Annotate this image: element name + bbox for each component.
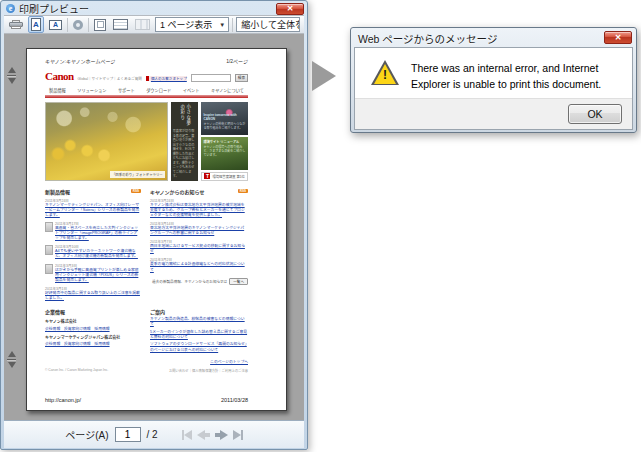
archive-list-button: 一覧へ [229,278,248,285]
news-link: 東北地方太平洋沖地震のキヤノンマーケティングジャパングループへの影響に関するお知… [150,226,248,236]
info-link: キヤノン製品の偽造品、模倣品の被害などの情報について [150,317,248,328]
footer-links: お問い合わせ｜個人情報保護方針｜ご利用上のご注意 [169,368,248,373]
news-item: 2011年3月2日 夏季の電力需給による計画停電などへの対応状況について [150,257,248,272]
award-banner: T 環境経営度調査 第1位 [201,172,248,181]
site-search-button: 検索 [235,74,248,82]
info-link: 5メーカーのインクが混在した詰め替え品に関するご意見と弊社の対応について [150,330,248,341]
promo-photo-field: 環境サイト リニューアル キヤノンの環境への取り組みと、さまざまな活動をご紹介し… [201,137,248,170]
nav-item-about: キヤノンについて [211,87,244,93]
print-preview-window: e 印刷プレビュー ✕ A A 1 ページ表示 ▼ [0,0,308,450]
news-item: 2011年3月14日 東北地方太平洋沖地震のキヤノンマーケティングジャパングルー… [150,221,248,236]
printer-icon [9,20,23,29]
award-text: 環境経営度調査 第1位 [212,174,244,179]
nav-item-event: イベント [183,87,200,93]
news-left-title: 新製品情報 [45,188,70,195]
rss-badge: RSS [131,189,141,194]
promo2-title: 環境サイト リニューアル [203,139,246,144]
full-width-icon [94,19,106,31]
promo1-body: キヤノンの技術と明日へつながる取り組みをご紹介します。 [203,122,246,130]
info-link: ソフトウェアのダウンロードサービス「再開のお知らせ」のページにおける公表への対応… [150,342,248,353]
news-item: 2011年3月10日 A4でも使いやすいカラーネットワーク複合機など、オフィス向… [45,244,141,259]
news-link: キヤノン株式会社は東北地方太平洋沖地震の被災地域を支援するため、グループ各社とメ… [150,203,248,218]
warning-exclamation: ! [371,68,399,82]
news-link: 高画質・省スペースを両立した大判インクジェットプリンター「imagePROGRA… [55,226,141,241]
view-full-width-button[interactable] [92,16,108,33]
news-item: 2011年3月1日 好評発売中の製品に関するお取り扱い上のご注意を掲載しました。 [45,286,141,301]
nav-red-rule [45,95,248,98]
top-margin-handle[interactable] [6,67,17,84]
preview-canvas: キヤノン:キヤノンホームページ 1/2ページ Canon Global｜サイトマ… [4,34,304,420]
canon-logo: Canon [45,70,74,82]
print-header-pages: 1/2ページ [226,57,248,64]
news-item: 2011年3月7日 西日本地域におけるサービス拠点の移転に関するお知らせ [150,239,248,254]
multi-page-icon [135,19,150,30]
news-right-title: キヤノンからのお知らせ [150,188,205,195]
nav-item-solutions: ソリューション [77,87,106,93]
last-page-button[interactable] [233,428,243,442]
hero-photo: 「四季の彩り」フォトギャラリー [45,102,168,181]
next-page-button[interactable] [215,428,228,442]
preview-page: キヤノン:キヤノンホームページ 1/2ページ Canon Global｜サイトマ… [26,48,287,411]
company-name: キヤノン株式会社 [45,318,141,324]
dialog-title: Web ページからのメッセージ [358,31,497,46]
page-setup-button[interactable] [71,16,85,33]
toolbar-separator [88,18,89,32]
company-links: 会社情報 投資家向け情報 採用情報 [45,326,141,331]
previous-page-button[interactable] [197,428,210,442]
preview-toolbar: A A 1 ページ表示 ▼ 縮小して全体を印刷する [4,15,304,34]
info-title: ご案内 [150,308,248,315]
landscape-icon: A [49,20,62,30]
ok-button[interactable]: OK [568,104,622,124]
promo2-body: キヤノンの環境への取り組みと、さまざまな活動をご紹介しています。 [203,145,246,158]
product-thumb-icon [45,264,53,274]
toolbar-separator [67,18,68,32]
print-header: キヤノン:キヤノンホームページ 1/2ページ [45,57,248,64]
hero-photo-caption: 「四季の彩り」フォトギャラリー [110,171,165,178]
first-page-button[interactable] [182,428,192,442]
dialog-close-icon[interactable]: ✕ [604,31,632,44]
award-logo-icon: T [204,173,210,179]
preview-titlebar[interactable]: e 印刷プレビュー ✕ [1,1,307,15]
product-thumb-icon [45,245,53,255]
copyright-text: © Canon Inc. / Canon Marketing Japan Inc… [45,368,108,373]
archive-line: 過去の新製品情報、キヤノンからのお知らせは一覧へ [150,278,248,285]
page-label: ページ(A) [65,427,108,442]
promo-photo-jump: Inspire tomorrow with CANON キヤノンの技術と明日へつ… [201,102,248,135]
shrink-to-fit-select[interactable]: 縮小して全体を印刷する [236,17,300,32]
dialog-titlebar[interactable]: Web ページからのメッセージ ✕ [354,30,633,47]
news-item: 2011年3月24日 キヤノン株式会社は東北地方太平洋沖地震の被災地域を支援する… [150,198,248,218]
page-number-input[interactable] [115,427,141,442]
hero-panel-title: 小さな夢の彩り [179,104,191,128]
site-nav: 製品情報 ソリューション サポート ダウンロード イベント キヤノンについて [45,87,248,93]
print-button[interactable] [7,16,25,33]
print-footer: http://canon.jp/ 2011/03/28 [45,397,248,403]
company-links: 会社情報 投資家向け情報 採用情報 [45,341,141,346]
news-item: 2011年3月3日 はがきから手軽に高画質プリントが楽しめる家庭用インクジェット… [45,263,141,283]
nav-item-download: ダウンロード [146,87,171,93]
page-total: / 2 [147,429,158,440]
news-link: 好評発売中の製品に関するお取り扱い上のご注意を掲載しました。 [45,291,141,301]
utility-links: Global｜サイトマップ｜よくあるご質問 [78,76,142,81]
product-thumb-icon [45,222,53,232]
news-link: 西日本地域におけるサービス拠点の移転に関するお知らせ [150,244,248,254]
window-title: 印刷プレビュー [19,1,89,16]
portrait-button[interactable]: A [28,16,44,33]
print-footer-url: http://canon.jp/ [45,397,81,403]
news-item: 2011年3月24日 キヤノンマーケティングジャパン、オフィス向けレーザービーム… [45,198,141,218]
page-view-select[interactable]: 1 ページ表示 ▼ [155,17,229,32]
print-footer-date: 2011/03/28 [221,397,248,403]
corporate-title: 企業情報 [45,308,141,315]
company-name: キヤノンマーケティングジャパン株式会社 [45,334,141,340]
dialog-footer: OK [355,98,632,129]
bottom-margin-handle[interactable] [6,351,17,368]
view-full-page-button[interactable] [111,16,130,33]
full-page-icon [113,19,128,30]
landscape-button[interactable]: A [47,16,64,33]
nav-item-products: 製品情報 [49,87,66,93]
internet-explorer-icon: e [6,4,15,13]
news-link: はがきから手軽に高画質プリントが楽しめる家庭用インクジェット複合機「PIXUS」… [55,268,141,283]
close-icon[interactable]: ✕ [276,3,304,15]
multi-page-view-button[interactable] [133,16,152,33]
toolbar-separator [232,18,233,32]
shrink-to-fit-value: 縮小して全体を印刷する [241,18,300,31]
